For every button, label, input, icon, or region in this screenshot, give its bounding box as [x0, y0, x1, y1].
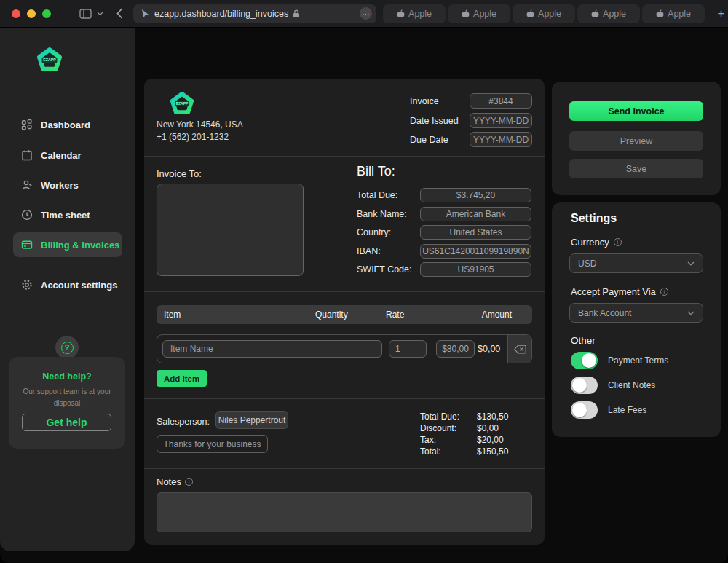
thanks-message-input[interactable] — [157, 435, 268, 453]
sidebar-item-billing-invoices[interactable]: Billing & Invoices — [13, 232, 122, 257]
address-bar[interactable]: ezapp.dashboard/billing_invoices ··· — [133, 4, 376, 23]
item-name-input[interactable] — [162, 340, 382, 358]
sidebar-item-label: Time sheet — [41, 210, 90, 221]
sidebar-item-workers[interactable]: Workers — [13, 173, 122, 197]
url-text: ezapp.dashboard/billing_invoices — [154, 9, 288, 19]
zoom-window-button[interactable] — [42, 9, 51, 18]
chevron-down-icon — [687, 261, 695, 266]
col-rate: Rate — [386, 310, 404, 320]
total-line: Tax: $20,00 — [420, 434, 532, 446]
invoice-to-label: Invoice To: — [157, 168, 202, 179]
info-icon: i — [185, 478, 193, 486]
get-help-button[interactable]: Get help — [22, 414, 111, 431]
swift-code-input[interactable] — [420, 262, 531, 277]
salesperson-label: Salesperson: — [157, 417, 210, 427]
tax-value: $20,00 — [477, 435, 504, 445]
total-due-input[interactable] — [420, 188, 531, 202]
dashboard-icon — [21, 119, 33, 130]
preview-button[interactable]: Preview — [569, 131, 703, 151]
invoice-number-input[interactable] — [470, 93, 532, 109]
browser-tab[interactable]: Apple — [383, 4, 446, 23]
discount-value: $0,00 — [477, 423, 499, 433]
gear-icon — [21, 279, 33, 291]
browser-tab[interactable]: Apple — [642, 4, 705, 23]
notes-textarea[interactable] — [157, 492, 532, 532]
browser-tab[interactable]: Apple — [577, 4, 640, 23]
late-fees-toggle[interactable] — [571, 401, 598, 419]
col-quantity: Quantity — [315, 310, 348, 320]
currency-select[interactable]: USD — [569, 253, 703, 273]
clock-icon — [21, 209, 33, 221]
workers-icon — [21, 179, 33, 191]
close-window-button[interactable] — [12, 9, 20, 18]
iban-input[interactable] — [420, 244, 531, 259]
item-quantity-input[interactable] — [389, 340, 427, 358]
apple-icon — [591, 9, 599, 18]
item-amount-value: $0,00 — [478, 344, 505, 354]
total-value: $150,50 — [477, 446, 508, 457]
invoice-number-label: Invoice — [410, 93, 439, 109]
sidebar: EZAPP Dashboard Calendar Workers Time — [0, 28, 135, 551]
col-item: Item — [164, 310, 181, 320]
iban-label: IBAN: — [357, 244, 381, 259]
tab-label: Apple — [538, 9, 561, 19]
sidebar-item-account-settings[interactable]: Account settings — [13, 272, 122, 297]
notes-divider — [199, 493, 199, 532]
total-due-label: Total Due: — [357, 188, 397, 202]
browser-tab[interactable]: Apple — [513, 4, 575, 23]
country-label: Country: — [357, 225, 391, 240]
sidebar-item-dashboard[interactable]: Dashboard — [13, 112, 122, 137]
browser-tab[interactable]: Apple — [448, 4, 510, 23]
currency-label: Currency — [571, 237, 609, 248]
due-date-input[interactable] — [470, 132, 532, 147]
sidebar-toggle-icon[interactable] — [79, 9, 92, 19]
discount-label: Discount: — [420, 423, 477, 433]
total-line: Total: $150,50 — [420, 446, 532, 457]
section-divider — [144, 398, 545, 399]
help-card: Need help? Our support team is at your d… — [9, 357, 125, 449]
apple-icon — [462, 9, 470, 18]
col-amount: Amount — [482, 310, 512, 320]
tax-label: Tax: — [420, 435, 477, 445]
payment-terms-row: Payment Terms — [571, 352, 668, 369]
chevron-down-icon[interactable] — [97, 12, 103, 16]
country-input[interactable] — [420, 225, 531, 240]
due-date-label: Due Date — [410, 132, 448, 147]
sidebar-item-time-sheet[interactable]: Time sheet — [13, 202, 122, 227]
section-divider — [144, 156, 545, 157]
settings-card: Settings Currency i USD Accept Payment V… — [552, 202, 721, 437]
notes-label: Notes — [157, 476, 181, 487]
date-issued-input[interactable] — [470, 113, 532, 128]
delete-item-button[interactable] — [507, 335, 531, 363]
new-tab-button[interactable]: + — [714, 7, 728, 21]
send-invoice-button[interactable]: Send Invoice — [569, 101, 703, 121]
bank-name-input[interactable] — [420, 207, 531, 221]
payment-label-row: Accept Payment Via i — [571, 286, 668, 297]
client-notes-label: Client Notes — [608, 380, 655, 390]
accept-payment-label: Accept Payment Via — [571, 286, 656, 297]
minimize-window-button[interactable] — [27, 9, 36, 18]
page-options-icon[interactable]: ··· — [360, 7, 372, 20]
client-notes-toggle[interactable] — [571, 377, 598, 394]
payment-method-value: Bank Account — [578, 308, 631, 318]
billing-icon — [21, 239, 33, 251]
section-divider — [144, 291, 545, 292]
app-window: ezapp.dashboard/billing_invoices ··· App… — [0, 0, 728, 563]
toggle-knob — [572, 403, 587, 417]
section-divider — [144, 468, 545, 469]
save-button[interactable]: Save — [569, 159, 703, 178]
salesperson-value[interactable]: Niles Peppertrout — [215, 411, 288, 429]
invoice-to-textarea[interactable] — [157, 184, 304, 276]
payment-terms-toggle[interactable] — [571, 352, 598, 369]
add-item-button[interactable]: Add Item — [157, 370, 207, 387]
bill-to-title: Bill To: — [357, 164, 395, 179]
item-rate-input[interactable] — [436, 340, 475, 358]
client-notes-row: Client Notes — [571, 377, 655, 394]
late-fees-label: Late Fees — [608, 405, 646, 415]
swift-code-label: SWIFT Code: — [357, 262, 411, 277]
sidebar-item-calendar[interactable]: Calendar — [13, 143, 122, 168]
total-due-summary-value: $130,50 — [477, 412, 508, 422]
back-button-icon[interactable] — [116, 8, 123, 19]
payment-method-select[interactable]: Bank Account — [569, 303, 703, 323]
date-issued-label: Date Issued — [410, 113, 459, 128]
